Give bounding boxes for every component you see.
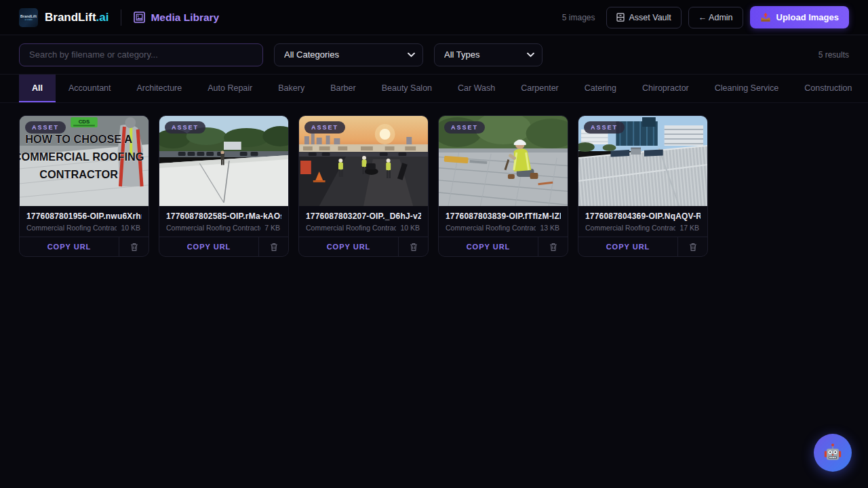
- category-tab-label: Auto Repair: [208, 83, 252, 93]
- delete-asset-button[interactable]: [677, 237, 707, 256]
- asset-card: CDS HOW TO CHOOSE A COMMERCIAL ROOFING C…: [19, 115, 149, 257]
- asset-thumbnail[interactable]: ASSET: [159, 116, 288, 206]
- upload-images-button[interactable]: Upload Images: [750, 6, 849, 28]
- category-tab[interactable]: Consulting: [865, 75, 868, 102]
- asset-meta: Commercial Roofing Contractor 7 KB: [166, 224, 281, 232]
- asset-card: ASSET 1776087803207-OIP._D6hJ-vZ... Comm…: [298, 115, 429, 257]
- asset-size: 17 KB: [679, 224, 699, 232]
- asset-category: Commercial Roofing Contractor: [26, 224, 117, 232]
- category-tab[interactable]: Beauty Salon: [369, 75, 445, 102]
- type-select[interactable]: All Types: [434, 43, 542, 66]
- category-tab[interactable]: Bakery: [265, 75, 317, 102]
- category-tab-label: Beauty Salon: [382, 83, 432, 93]
- app-header: BrandLift ai studio BrandLift.ai Media L…: [0, 0, 868, 35]
- asset-size: 10 KB: [121, 224, 140, 232]
- asset-size: 13 KB: [540, 224, 559, 232]
- category-tab-label: Architecture: [137, 83, 182, 93]
- category-tab-label: Bakery: [278, 83, 304, 93]
- copy-url-button[interactable]: COPY URL: [299, 237, 398, 256]
- asset-category: Commercial Roofing Contractor: [446, 224, 536, 232]
- asset-badge: ASSET: [584, 121, 625, 134]
- asset-thumbnail[interactable]: ASSET: [578, 116, 707, 206]
- asset-thumbnail[interactable]: ASSET: [439, 116, 568, 206]
- category-tab[interactable]: Car Wash: [445, 75, 508, 102]
- asset-info: 1776087803207-OIP._D6hJ-vZ... Commercial…: [299, 206, 428, 237]
- asset-meta: Commercial Roofing Contractor 13 KB: [446, 224, 561, 232]
- delete-asset-button[interactable]: [398, 237, 428, 256]
- asset-info: 1776087803839-OIP.fTflzM-lZk... Commerci…: [439, 206, 568, 237]
- copy-url-button[interactable]: COPY URL: [159, 237, 258, 256]
- asset-filename: 1776087803839-OIP.fTflzM-lZk...: [446, 211, 561, 221]
- asset-thumbnail[interactable]: ASSET: [299, 116, 428, 206]
- category-tab[interactable]: Cleaning Service: [702, 75, 792, 102]
- asset-filename: 1776087804369-OIP.NqAQV-R...: [585, 211, 701, 221]
- asset-size: 10 KB: [400, 224, 420, 232]
- robot-icon: [824, 443, 842, 462]
- svg-text:CDS: CDS: [79, 119, 90, 125]
- asset-filename: 1776087801956-OIP.nwu6Xrhrs...: [26, 211, 142, 221]
- asset-actions: COPY URL: [578, 237, 707, 256]
- asset-meta: Commercial Roofing Contractor 17 KB: [585, 224, 701, 232]
- trash-icon: [270, 243, 278, 251]
- asset-actions: COPY URL: [20, 237, 149, 256]
- brand-logo: BrandLift ai studio: [19, 8, 38, 27]
- vault-icon: [616, 13, 625, 22]
- trash-icon: [689, 243, 697, 251]
- asset-thumbnail[interactable]: CDS HOW TO CHOOSE A COMMERCIAL ROOFING C…: [20, 116, 149, 206]
- category-tab-label: Cleaning Service: [715, 83, 779, 93]
- asset-grid: CDS HOW TO CHOOSE A COMMERCIAL ROOFING C…: [0, 103, 868, 269]
- asset-badge: ASSET: [304, 121, 345, 134]
- delete-asset-button[interactable]: [258, 237, 288, 256]
- delete-asset-button[interactable]: [119, 237, 149, 256]
- category-tab-label: Car Wash: [458, 83, 495, 93]
- category-tab-label: Accountant: [68, 83, 111, 93]
- svg-text:HOW TO CHOOSE A: HOW TO CHOOSE A: [25, 133, 132, 145]
- asset-card: ASSET 1776087804369-OIP.NqAQV-R... Comme…: [578, 115, 708, 257]
- admin-back-button[interactable]: ← Admin: [688, 7, 743, 28]
- delete-asset-button[interactable]: [538, 237, 568, 256]
- brand-name: BrandLift.ai: [45, 11, 108, 24]
- category-select-wrap: All Categories: [274, 43, 423, 66]
- asset-category: Commercial Roofing Contractor: [585, 224, 675, 232]
- category-tab[interactable]: Catering: [572, 75, 629, 102]
- asset-vault-button[interactable]: Asset Vault: [606, 7, 682, 28]
- asset-size: 7 KB: [264, 224, 280, 232]
- assistant-fab[interactable]: [814, 434, 852, 472]
- asset-info: 1776087802585-OIP.rMa-kAOs... Commercial…: [159, 206, 288, 237]
- copy-url-button[interactable]: COPY URL: [20, 237, 119, 256]
- svg-text:CONTRACTOR: CONTRACTOR: [39, 168, 118, 180]
- trash-icon: [410, 243, 418, 251]
- category-tab[interactable]: Barber: [317, 75, 369, 102]
- asset-badge: ASSET: [165, 121, 205, 134]
- category-tab[interactable]: Accountant: [56, 75, 124, 102]
- results-count: 5 results: [818, 50, 849, 60]
- asset-filename: 1776087802585-OIP.rMa-kAOs...: [166, 211, 281, 221]
- asset-category: Commercial Roofing Contractor: [166, 224, 260, 232]
- asset-actions: COPY URL: [299, 237, 428, 256]
- category-tab[interactable]: Carpenter: [508, 75, 572, 102]
- asset-meta: Commercial Roofing Contractor 10 KB: [26, 224, 142, 232]
- copy-url-button[interactable]: COPY URL: [578, 237, 677, 256]
- category-tab-label: Catering: [585, 83, 616, 93]
- asset-actions: COPY URL: [439, 237, 568, 256]
- copy-url-button[interactable]: COPY URL: [439, 237, 538, 256]
- asset-info: 1776087804369-OIP.NqAQV-R... Commercial …: [578, 206, 707, 237]
- category-tab-label: Carpenter: [521, 83, 559, 93]
- asset-badge: ASSET: [25, 121, 66, 134]
- asset-actions: COPY URL: [159, 237, 288, 256]
- asset-filename: 1776087803207-OIP._D6hJ-vZ...: [306, 211, 421, 221]
- category-tab[interactable]: Architecture: [124, 75, 195, 102]
- trash-icon: [549, 243, 557, 251]
- category-tab[interactable]: All: [19, 75, 56, 102]
- category-tab-label: Barber: [330, 83, 356, 93]
- filter-bar: All Categories All Types 5 results: [0, 35, 868, 75]
- category-select[interactable]: All Categories: [274, 43, 423, 66]
- category-tab[interactable]: Auto Repair: [195, 75, 265, 102]
- brand-suffix: .ai: [96, 11, 109, 24]
- category-tab-label: Construction: [804, 83, 852, 93]
- brand-logo-subtext: ai studio: [24, 18, 32, 21]
- category-tab[interactable]: Chiropractor: [629, 75, 702, 102]
- category-tab-label: Chiropractor: [642, 83, 689, 93]
- search-input[interactable]: [19, 43, 263, 66]
- category-tab[interactable]: Construction: [791, 75, 865, 102]
